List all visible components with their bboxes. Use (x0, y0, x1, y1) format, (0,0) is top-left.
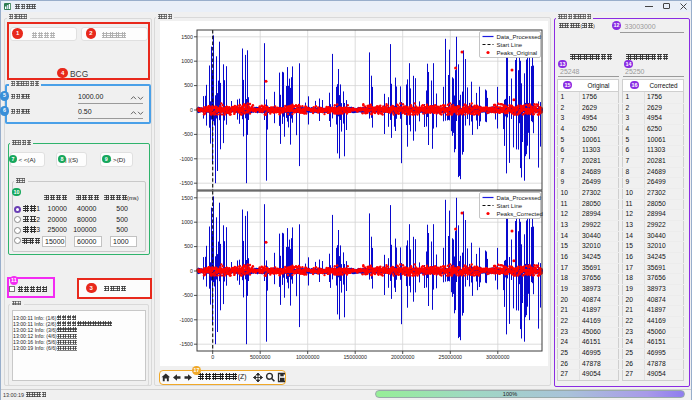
svg-text:-500: -500 (182, 292, 193, 298)
svg-text:-500: -500 (182, 131, 193, 137)
svg-text:1000: 1000 (181, 58, 193, 64)
svg-text:1000: 1000 (181, 219, 193, 225)
svg-text:0: 0 (190, 268, 193, 274)
svg-text:25000000: 25000000 (439, 354, 463, 360)
svg-text:1500: 1500 (181, 34, 193, 40)
svg-text:-1500: -1500 (179, 341, 193, 347)
svg-text:500: 500 (184, 82, 193, 88)
svg-text:Peaks_Corrected: Peaks_Corrected (497, 211, 543, 217)
svg-text:Start Line: Start Line (497, 203, 523, 209)
svg-text:Data_Processed: Data_Processed (497, 195, 541, 201)
svg-text:10000000: 10000000 (296, 354, 320, 360)
svg-text:20000000: 20000000 (391, 354, 415, 360)
svg-text:0: 0 (190, 107, 193, 113)
svg-text:5000000: 5000000 (250, 354, 271, 360)
svg-text:Start Line: Start Line (497, 42, 523, 48)
svg-text:-1000: -1000 (179, 156, 193, 162)
svg-text:30000000: 30000000 (486, 354, 510, 360)
svg-text:-1000: -1000 (179, 317, 193, 323)
svg-text:500: 500 (184, 243, 193, 249)
svg-text:0: 0 (211, 354, 214, 360)
svg-text:1500: 1500 (181, 195, 193, 201)
svg-text:-1500: -1500 (179, 180, 193, 186)
svg-text:15000000: 15000000 (343, 354, 367, 360)
svg-text:Data_Processed: Data_Processed (497, 34, 541, 40)
svg-text:Peaks_Original: Peaks_Original (497, 50, 538, 56)
